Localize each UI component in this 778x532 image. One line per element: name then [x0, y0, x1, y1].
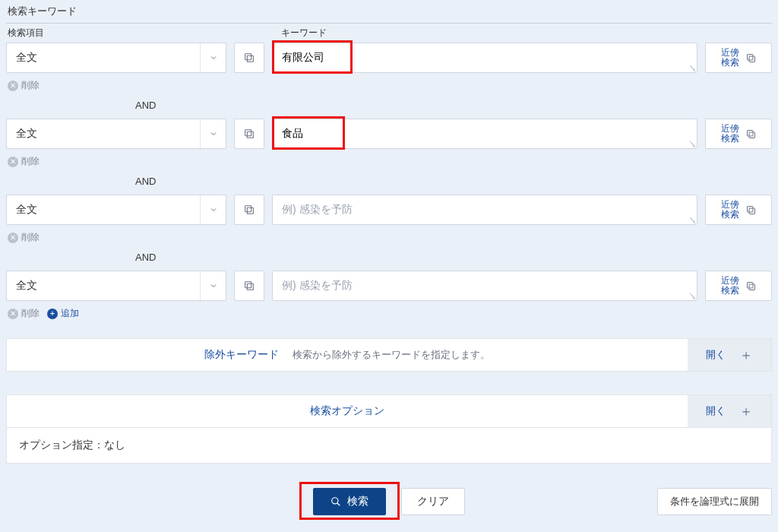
svg-rect-7 [747, 130, 753, 136]
search-button-label: 検索 [347, 495, 368, 508]
svg-rect-1 [245, 54, 251, 60]
search-icon [330, 496, 341, 507]
copy-field-button[interactable] [234, 271, 264, 301]
close-icon[interactable]: ✕ [8, 233, 18, 243]
svg-rect-13 [245, 282, 251, 288]
copy-icon [243, 204, 255, 216]
options-panel-toggle[interactable]: 開く ＋ [688, 395, 771, 427]
svg-rect-8 [247, 207, 253, 214]
expand-icon [745, 204, 757, 216]
boolean-operator: AND [6, 171, 772, 195]
svg-rect-10 [749, 208, 755, 214]
exclude-keyword-desc: 検索から除外するキーワードを指定します。 [293, 348, 490, 362]
plus-icon: ＋ [739, 402, 753, 420]
svg-rect-2 [749, 56, 755, 62]
svg-rect-12 [247, 283, 253, 290]
close-icon[interactable]: ✕ [8, 81, 18, 91]
toggle-open-label: 開く [706, 404, 726, 418]
search-item-select[interactable]: 全文 [6, 271, 226, 301]
svg-rect-11 [747, 206, 753, 212]
expand-icon [745, 128, 757, 140]
copy-field-button[interactable] [234, 43, 264, 73]
keyword-input[interactable] [272, 195, 697, 225]
keyword-input[interactable]: 食品 [272, 119, 697, 149]
copy-icon [243, 280, 255, 292]
boolean-operator: AND [6, 95, 772, 119]
select-value: 全文 [7, 43, 200, 72]
svg-rect-15 [747, 282, 753, 288]
copy-icon [243, 128, 255, 140]
remove-row-link[interactable]: 削除 [21, 155, 40, 168]
proximity-search-button[interactable]: 近傍検索 [705, 195, 772, 225]
search-options-panel-header: 検索オプション 開く ＋ [6, 394, 772, 428]
close-icon[interactable]: ✕ [8, 309, 18, 319]
svg-rect-0 [247, 55, 253, 62]
close-icon[interactable]: ✕ [8, 157, 18, 167]
search-options-body: オプション指定：なし [6, 428, 772, 464]
keyword-input[interactable] [272, 271, 697, 301]
svg-rect-5 [245, 130, 251, 136]
chevron-down-icon [209, 129, 218, 138]
search-options-title[interactable]: 検索オプション [310, 404, 384, 418]
plus-icon: ＋ [739, 346, 753, 364]
section-title: 検索キーワード [6, 0, 772, 23]
expand-icon [745, 280, 757, 292]
remove-row-link[interactable]: 削除 [21, 307, 40, 320]
svg-rect-3 [747, 54, 753, 60]
remove-row-link[interactable]: 削除 [21, 79, 40, 92]
copy-field-button[interactable] [234, 195, 264, 225]
copy-icon [243, 52, 255, 64]
boolean-operator: AND [6, 247, 772, 271]
label-search-item: 検索項目 [8, 27, 236, 40]
select-value: 全文 [7, 195, 200, 224]
exclude-keyword-link[interactable]: 除外キーワード [204, 348, 279, 362]
search-item-select[interactable]: 全文 [6, 43, 226, 73]
search-row: 全文 食品 近傍検索 [6, 119, 772, 150]
remove-row-link[interactable]: 削除 [21, 231, 40, 244]
proximity-search-button[interactable]: 近傍検索 [705, 119, 772, 149]
clear-button[interactable]: クリア [401, 488, 465, 515]
chevron-down-icon [209, 53, 218, 62]
chevron-down-icon [209, 281, 218, 290]
search-button[interactable]: 検索 [313, 488, 386, 515]
select-value: 全文 [7, 119, 200, 148]
chevron-down-icon [209, 205, 218, 214]
svg-line-17 [337, 503, 340, 506]
select-value: 全文 [7, 271, 200, 300]
add-row-link[interactable]: 追加 [61, 307, 79, 320]
svg-point-16 [332, 498, 338, 504]
expand-logic-button[interactable]: 条件を論理式に展開 [657, 488, 772, 515]
search-row: 全文 近傍検索 [6, 195, 772, 226]
proximity-search-button[interactable]: 近傍検索 [705, 271, 772, 301]
search-item-select[interactable]: 全文 [6, 119, 226, 149]
svg-rect-14 [749, 284, 755, 290]
divider [6, 23, 772, 24]
search-row: 全文 有限公司 近傍検索 [6, 43, 772, 74]
svg-rect-6 [749, 132, 755, 138]
expand-icon [745, 52, 757, 64]
search-row: 全文 近傍検索 [6, 271, 772, 302]
exclude-keyword-panel: 除外キーワード 検索から除外するキーワードを指定します。 開く ＋ [6, 338, 772, 372]
search-item-select[interactable]: 全文 [6, 195, 226, 225]
toggle-open-label: 開く [706, 348, 726, 362]
proximity-search-button[interactable]: 近傍検索 [705, 43, 772, 73]
svg-rect-9 [245, 206, 251, 212]
svg-rect-4 [247, 131, 253, 138]
label-keyword: キーワード [281, 27, 327, 40]
copy-field-button[interactable] [234, 119, 264, 149]
keyword-input[interactable]: 有限公司 [272, 43, 697, 73]
exclude-panel-toggle[interactable]: 開く ＋ [688, 339, 771, 371]
plus-icon[interactable]: + [47, 309, 58, 319]
